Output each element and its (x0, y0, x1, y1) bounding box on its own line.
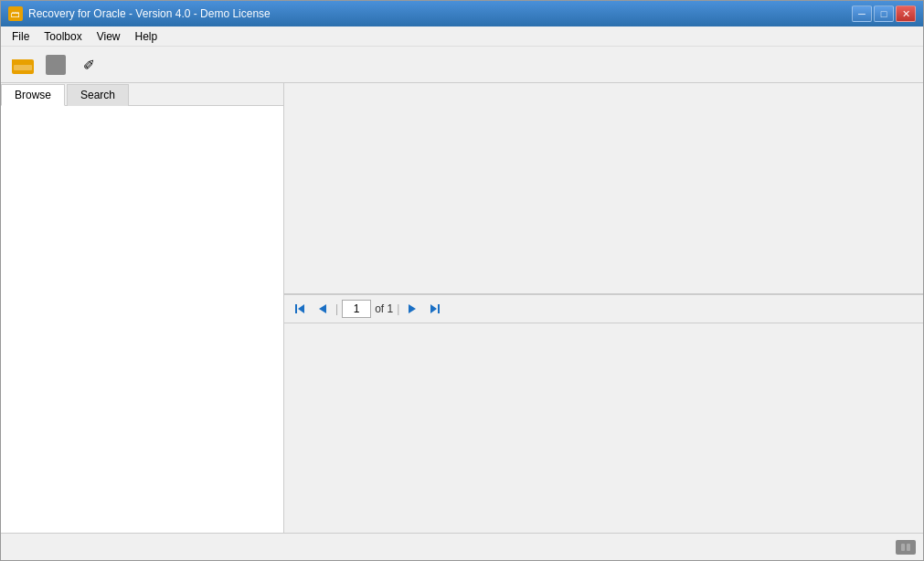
page-number-input[interactable] (342, 300, 371, 318)
tabs: Browse Search (1, 83, 283, 106)
page-of-label: of 1 (375, 302, 393, 315)
prev-page-button[interactable] (313, 300, 332, 318)
title-bar: 🗃 Recovery for Oracle - Version 4.0 - De… (1, 1, 923, 26)
tab-search[interactable]: Search (67, 84, 129, 106)
close-button[interactable]: ✕ (896, 5, 916, 22)
page-separator-left: | (335, 302, 338, 315)
content-area: Browse Search (1, 83, 923, 533)
status-dot-2 (907, 544, 910, 551)
prev-page-icon (318, 303, 327, 314)
svg-marker-5 (430, 304, 437, 313)
page-separator-right: | (397, 302, 399, 315)
last-page-icon (429, 303, 440, 314)
restore-button[interactable]: □ (874, 5, 894, 22)
open-button[interactable] (8, 51, 37, 79)
right-panel: | of 1 | (284, 83, 923, 533)
svg-marker-3 (409, 304, 416, 313)
left-panel: Browse Search (1, 83, 284, 533)
next-page-icon (408, 303, 417, 314)
menu-toolbox[interactable]: Toolbox (37, 28, 89, 45)
tab-content[interactable] (1, 106, 283, 533)
status-icon (896, 540, 916, 555)
toolbar: ✏ (1, 47, 923, 83)
folder-icon (12, 56, 34, 74)
svg-rect-0 (295, 304, 297, 313)
menu-view[interactable]: View (90, 28, 128, 45)
lower-data-view[interactable] (284, 323, 923, 534)
window-title: Recovery for Oracle - Version 4.0 - Demo… (28, 7, 271, 20)
main-content: Browse Search (1, 83, 923, 560)
first-page-button[interactable] (292, 300, 310, 318)
main-window: 🗃 Recovery for Oracle - Version 4.0 - De… (0, 0, 924, 561)
next-page-button[interactable] (403, 300, 421, 318)
last-page-button[interactable] (425, 300, 443, 318)
svg-rect-4 (438, 304, 440, 313)
status-bar (1, 533, 923, 560)
menu-help[interactable]: Help (128, 28, 165, 45)
stop-icon (46, 55, 66, 75)
svg-marker-2 (319, 304, 326, 313)
menu-file[interactable]: File (5, 28, 37, 45)
title-bar-left: 🗃 Recovery for Oracle - Version 4.0 - De… (8, 6, 271, 21)
app-icon: 🗃 (8, 6, 23, 21)
upper-data-view[interactable] (284, 83, 923, 294)
status-dot-1 (901, 544, 905, 551)
title-bar-buttons: ─ □ ✕ (852, 5, 916, 22)
menu-bar: File Toolbox View Help (1, 26, 923, 47)
first-page-icon (295, 303, 306, 314)
pagination-bar: | of 1 | (284, 294, 923, 323)
tab-browse[interactable]: Browse (1, 84, 65, 106)
svg-marker-1 (298, 304, 304, 313)
edit-button[interactable]: ✏ (74, 51, 103, 79)
stop-button[interactable] (41, 51, 70, 79)
minimize-button[interactable]: ─ (852, 5, 872, 22)
pencil-icon: ✏ (79, 54, 100, 75)
